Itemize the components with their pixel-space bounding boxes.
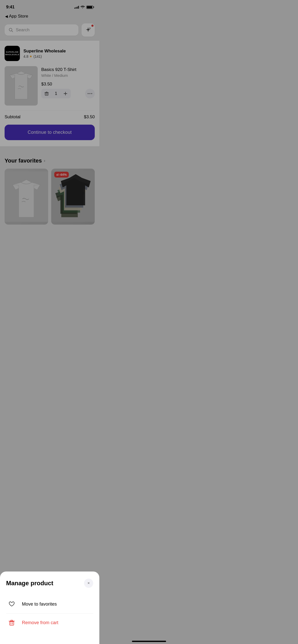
overlay[interactable] xyxy=(0,0,99,229)
